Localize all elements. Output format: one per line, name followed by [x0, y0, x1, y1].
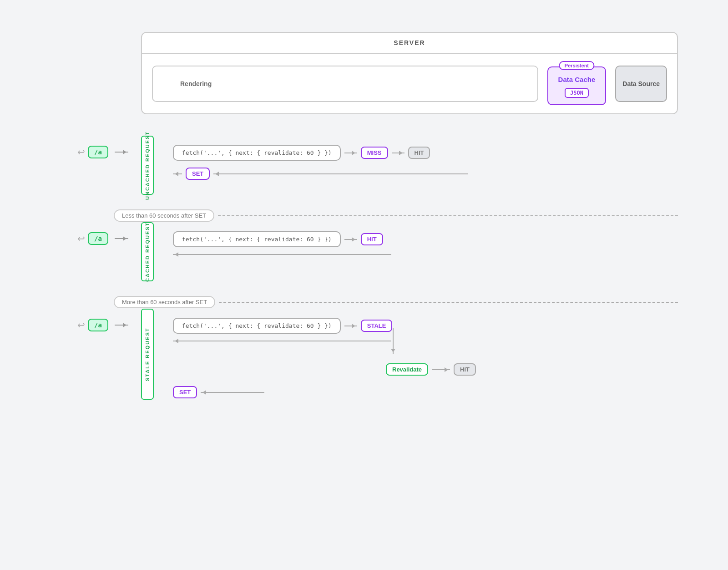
uncached-label-box: UNCACHED REQUEST — [141, 136, 154, 195]
return-line-3 — [173, 341, 391, 341]
set-badge-2: SET — [173, 386, 197, 398]
arrow-to-cached — [115, 238, 128, 239]
hit-badge-2: HIT — [361, 233, 383, 245]
persistent-badge: Persistent — [559, 61, 594, 70]
server-box: SERVER Rendering Persistent Data Cache J… — [141, 32, 678, 114]
cached-fetch-row: fetch('...', { next: { revalidate: 60 } … — [173, 231, 383, 247]
arrow-to-miss — [344, 153, 357, 153]
rendering-box: Rendering — [152, 66, 538, 102]
arrow-to-stale — [115, 325, 128, 326]
more-than-label: More than 60 seconds after SET — [114, 296, 215, 308]
data-cache-area: Persistent Data Cache JSON — [547, 66, 607, 105]
cached-request-label: CACHED REQUEST — [141, 222, 154, 281]
separator-less: Less than 60 seconds after SET — [114, 209, 678, 222]
diagram-container: SERVER Rendering Persistent Data Cache J… — [0, 0, 728, 570]
stale-return-row — [173, 341, 391, 341]
stale-set-row: SET — [173, 386, 264, 398]
stale-badge: STALE — [361, 320, 393, 332]
route-1-label: /a — [88, 146, 108, 158]
json-badge: JSON — [565, 88, 589, 98]
miss-badge: MISS — [361, 147, 388, 159]
hit-badge-3: HIT — [454, 363, 476, 376]
uncached-fetch-code: fetch('...', { next: { revalidate: 60 } … — [173, 145, 341, 161]
uncached-set-row: SET — [173, 168, 468, 180]
stale-down-arrow — [393, 328, 394, 354]
data-cache-box: Data Cache JSON — [547, 66, 607, 105]
rendering-label: Rendering — [180, 80, 212, 87]
stale-label-box: STALE REQUEST — [141, 309, 154, 400]
arrow-to-hit-2 — [344, 239, 357, 240]
cached-return-row — [173, 254, 391, 255]
arrow-to-uncached — [115, 152, 128, 153]
curl-1: ↩ — [77, 147, 85, 158]
separator-more: More than 60 seconds after SET — [114, 296, 678, 308]
separator-more-line — [219, 302, 678, 303]
data-cache-label: Data Cache — [558, 76, 596, 83]
return-line-1 — [213, 173, 468, 174]
cached-fetch-code: fetch('...', { next: { revalidate: 60 } … — [173, 231, 341, 247]
uncached-request-label: UNCACHED REQUEST — [141, 136, 154, 195]
arrow-set — [173, 173, 182, 174]
hit-badge-1: HIT — [408, 147, 430, 159]
route-2-label: /a — [88, 232, 108, 245]
uncached-fetch-row: fetch('...', { next: { revalidate: 60 } … — [173, 145, 430, 161]
less-than-label: Less than 60 seconds after SET — [114, 209, 214, 222]
return-line-2 — [173, 254, 391, 255]
arrow-revalidate-to-hit — [432, 369, 450, 370]
cached-label-box: CACHED REQUEST — [141, 222, 154, 281]
stale-fetch-row: fetch('...', { next: { revalidate: 60 } … — [173, 318, 392, 334]
stale-request-label: STALE REQUEST — [141, 309, 154, 400]
arrow-miss-to-hit — [392, 153, 404, 153]
arrow-to-stale-badge — [344, 326, 357, 326]
stale-fetch-code: fetch('...', { next: { revalidate: 60 } … — [173, 318, 341, 334]
server-title: SERVER — [142, 33, 677, 54]
revalidate-row: Revalidate HIT — [173, 363, 476, 376]
set-right-side — [201, 392, 264, 393]
route-3-area: ↩ /a — [77, 319, 128, 331]
set-badge-1: SET — [186, 168, 210, 180]
curl-3: ↩ — [77, 320, 85, 331]
route-2-area: ↩ /a — [77, 232, 128, 245]
route-1-area: ↩ /a — [77, 146, 128, 158]
data-source-label: Data Source — [622, 80, 660, 87]
separator-less-line — [218, 215, 678, 216]
data-source-box: Data Source — [615, 66, 667, 102]
curl-2: ↩ — [77, 233, 85, 244]
revalidate-badge: Revalidate — [386, 363, 428, 376]
route-3-label: /a — [88, 319, 108, 331]
